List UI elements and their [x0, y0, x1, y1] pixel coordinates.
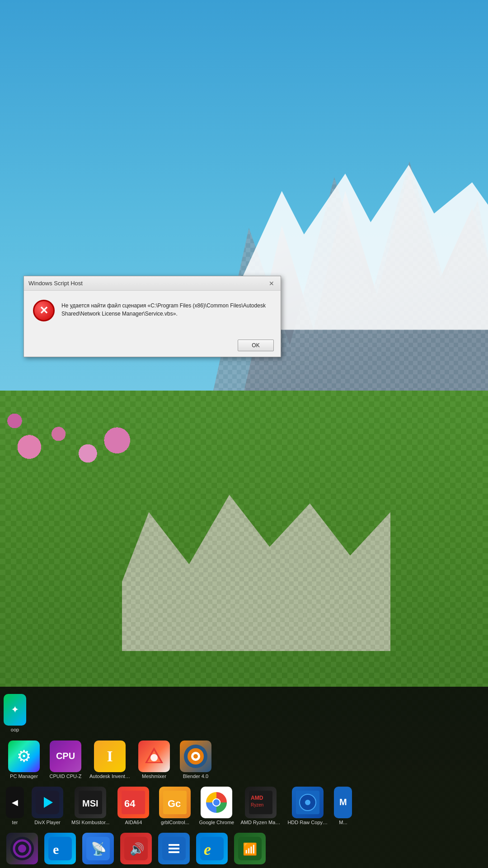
svg-text:📡: 📡: [91, 841, 107, 856]
chrome-icon: [201, 787, 232, 818]
cpuz-label: CPUID CPU-Z: [50, 774, 82, 779]
svg-point-23: [305, 800, 310, 805]
wifi-icon: 📶: [234, 833, 266, 864]
taskbar-row-3: e 📡 🔊: [0, 829, 488, 868]
error-icon: ✕: [33, 300, 55, 321]
svg-point-2: [150, 754, 158, 761]
svg-text:e: e: [53, 842, 59, 857]
app-icon-msi[interactable]: MSI MSI Kombustor...: [69, 785, 112, 827]
svg-text:AMD: AMD: [251, 795, 263, 801]
blender-icon: [180, 741, 211, 772]
pcmanager-label: PC Manager: [10, 774, 38, 779]
hddraw-label: HDD Raw Copy Tool: [287, 820, 328, 826]
taskbar: ✦ oop ⚙ PC Manager CPU CPUID CPU-Z I Aut…: [0, 687, 488, 868]
error-icon-circle: ✕: [33, 300, 55, 321]
svg-text:Ryzen: Ryzen: [251, 802, 263, 807]
autodesk-icon: I: [94, 741, 126, 772]
meshmixer-label: Meshmixer: [142, 774, 166, 779]
app-icon-pcmanager[interactable]: ⚙ PC Manager: [4, 739, 44, 781]
dialog-close-button[interactable]: ✕: [267, 279, 276, 288]
autodesk-label: Autodesk Inventor P...: [89, 774, 130, 779]
app-icon-ie[interactable]: e: [193, 831, 230, 866]
app-icon-partial-right[interactable]: M M...: [332, 785, 354, 827]
aida64-icon: 64: [117, 787, 149, 818]
app-icon-qbittorrent[interactable]: 📡: [80, 831, 117, 866]
obs-icon: [6, 833, 38, 864]
divx-label: DivX Player: [34, 820, 60, 826]
taskbar-row-2: ◀ ter DivX Player MSI MSI Kombustor...: [0, 783, 488, 829]
svg-text:Gc: Gc: [168, 798, 181, 809]
svg-point-6: [193, 754, 198, 759]
app-icon-autodesk[interactable]: I Autodesk Inventor P...: [87, 739, 133, 781]
app-icon-wifi-bottom[interactable]: 📶: [231, 831, 268, 866]
svg-text:e: e: [204, 840, 211, 859]
partial-app-label3: M...: [339, 820, 347, 826]
app-icon-aida64[interactable]: 64 AIDA64: [113, 785, 154, 827]
app-icon-blender[interactable]: Blender 4.0: [175, 739, 216, 781]
unknown2-icon: [158, 833, 190, 864]
dialog-titlebar: Windows Script Host ✕: [24, 276, 281, 291]
taskbar-row-1: ✦ oop: [0, 690, 488, 736]
svg-point-17: [213, 799, 220, 806]
edge-icon: e: [44, 833, 76, 864]
error-x-mark: ✕: [39, 305, 48, 316]
partial-app-label2: ter: [12, 820, 18, 826]
app-icon-chrome[interactable]: Google Chrome: [196, 785, 237, 827]
dialog-message-text: Не удается найти файл сценария «C:\Progr…: [61, 300, 272, 318]
dialog-footer: OK: [24, 336, 281, 357]
amd-icon: AMD Ryzen: [245, 787, 277, 818]
svg-rect-27: [48, 837, 72, 860]
grbl-icon: Gc: [159, 787, 191, 818]
grbl-label: grblControl...: [161, 820, 189, 826]
svg-point-26: [18, 844, 26, 853]
svg-text:🔊: 🔊: [130, 842, 145, 856]
amd-label: AMD Ryzen Master: [240, 820, 281, 826]
app-icon-grbl[interactable]: Gc grblControl...: [155, 785, 195, 827]
pcmanager-icon: ⚙: [8, 741, 40, 772]
meshmixer-icon: [138, 741, 170, 772]
app-icon-edge-bottom[interactable]: e: [42, 831, 79, 866]
msi-icon: MSI: [75, 787, 106, 818]
taskbar-row-1b: ⚙ PC Manager CPU CPUID CPU-Z I Autodesk …: [0, 737, 488, 783]
dialog-body: ✕ Не удается найти файл сценария «C:\Pro…: [24, 291, 281, 336]
app-icon-meshmixer[interactable]: Meshmixer: [134, 739, 174, 781]
divx-icon: [32, 787, 63, 818]
app-icon-unknown2[interactable]: [155, 831, 192, 866]
partial-app-label: oop: [11, 727, 19, 733]
cpuz-icon: CPU: [50, 741, 81, 772]
hddraw-icon: [292, 787, 324, 818]
aida64-label: AIDA64: [125, 820, 142, 826]
dialog-ok-button[interactable]: OK: [238, 340, 274, 351]
app-icon-cpuz[interactable]: CPU CPUID CPU-Z: [45, 739, 86, 781]
blender-label: Blender 4.0: [183, 774, 208, 779]
windows-script-host-dialog: Windows Script Host ✕ ✕ Не удается найти…: [23, 276, 281, 357]
ie-icon: e: [196, 833, 228, 864]
chrome-label: Google Chrome: [199, 820, 235, 826]
svg-text:MSI: MSI: [82, 798, 99, 808]
app-icon-partial-left[interactable]: ✦ oop: [4, 692, 26, 735]
msi-label: MSI Kombustor...: [71, 820, 109, 826]
app-icon-hddraw[interactable]: HDD Raw Copy Tool: [285, 785, 331, 827]
app-icon-divx[interactable]: DivX Player: [27, 785, 68, 827]
app-icon-amd[interactable]: AMD Ryzen AMD Ryzen Master: [238, 785, 284, 827]
unknown1-icon: 🔊: [120, 833, 152, 864]
app-icon-partial-left2[interactable]: ◀ ter: [4, 785, 26, 827]
svg-text:64: 64: [124, 798, 136, 809]
app-icon-unknown1[interactable]: 🔊: [117, 831, 155, 866]
app-icon-obs[interactable]: [4, 831, 41, 866]
dialog-title: Windows Script Host: [28, 280, 83, 287]
svg-text:📶: 📶: [243, 842, 258, 856]
qbittorrent-icon: 📡: [82, 833, 114, 864]
